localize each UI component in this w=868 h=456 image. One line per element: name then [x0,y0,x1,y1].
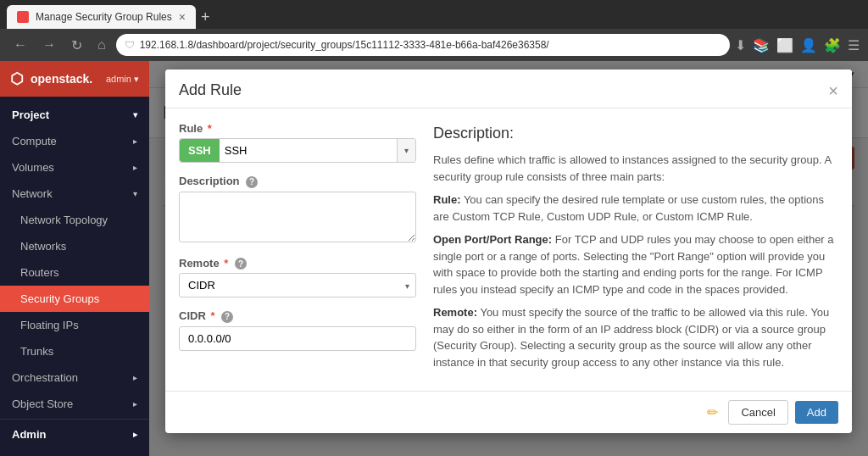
sidebar-item-project[interactable]: Project ▾ [0,102,149,128]
desc-remote: Remote: You must specify the source of t… [433,304,838,370]
browser-tabs: Manage Security Group Rules × + [0,0,868,29]
sidebar-item-orchestration[interactable]: Orchestration ▸ [0,364,149,391]
desc-intro: Rules define which traffic is allowed to… [433,152,838,185]
reload-button[interactable]: ↻ [66,36,87,55]
modal-header: Add Rule × [165,70,852,108]
security-icon: 🛡 [125,39,135,51]
add-rule-modal: Add Rule × Rule * SSH [165,70,852,433]
description-form-group: Description ? [179,175,416,245]
cidr-input[interactable]: 0.0.0.0/0 [179,326,416,351]
extension-icon[interactable]: 🧩 [824,37,841,53]
sidebar-item-networks[interactable]: Networks [0,233,149,259]
tab-icon[interactable]: ⬜ [776,37,793,53]
sidebar-item-security-groups[interactable]: Security Groups [0,286,149,312]
desc-title: Description: [433,122,838,145]
modal-overlay: Add Rule × Rule * SSH [149,61,868,456]
chevron-right-icon-5: ▸ [133,430,137,439]
main-content: admin ▾ Manage Security Group Rules: (1 … [149,61,868,456]
sidebar-item-routers[interactable]: Routers [0,259,149,286]
ssh-badge: SSH [180,139,220,162]
url-text: 192.168.1.8/dashboard/project/security_g… [140,39,721,51]
cidr-help-icon[interactable]: ? [221,311,233,323]
forward-button[interactable]: → [37,36,61,54]
description-help-icon[interactable]: ? [246,176,258,188]
sidebar-item-network[interactable]: Network ▾ [0,181,149,207]
add-button[interactable]: Add [795,401,838,424]
pencil-icon: ✏ [707,404,718,420]
openstack-logo-text: openstack. [31,72,92,86]
sidebar-item-compute[interactable]: Compute ▸ [0,128,149,154]
tab-title: Manage Security Group Rules [36,11,172,23]
sidebar-item-volumes[interactable]: Volumes ▸ [0,154,149,181]
desc-rule-heading: Rule: [433,193,461,206]
toolbar-actions: ⬇ 📚 ⬜ 👤 🧩 ☰ [735,37,860,53]
chevron-right-icon-3: ▸ [133,373,137,382]
modal-form: Rule * SSH SSH Custom TCP Rule Custom UD… [179,122,416,377]
browser-toolbar: ← → ↻ ⌂ 🛡 192.168.1.8/dashboard/project/… [0,29,868,61]
tab-close-button[interactable]: × [179,10,186,24]
remote-label: Remote * ? [179,257,416,270]
remote-help-icon[interactable]: ? [235,258,247,270]
rule-form-group: Rule * SSH SSH Custom TCP Rule Custom UD… [179,122,416,163]
rule-select-wrapper: SSH SSH Custom TCP Rule Custom UDP Rule … [179,138,416,163]
home-button[interactable]: ⌂ [92,36,111,54]
desc-rule: Rule: You can specify the desired rule t… [433,192,838,225]
rule-select-arrow-icon: ▾ [397,139,415,162]
remote-select-wrapper: CIDR Security Group ▾ [179,273,416,298]
admin-menu[interactable]: admin ▾ [106,74,139,85]
bookmarks-icon[interactable]: 📚 [753,37,770,53]
chevron-right-icon-2: ▸ [133,163,137,172]
openstack-logo-icon: ⬡ [10,70,24,88]
chevron-right-icon: ▸ [133,136,137,146]
tab-favicon [17,11,29,23]
sidebar-item-admin[interactable]: Admin ▸ [0,421,149,448]
sidebar-logo: ⬡ openstack. admin ▾ [0,61,149,97]
sidebar-item-network-topology[interactable]: Network Topology [0,207,149,233]
address-bar[interactable]: 🛡 192.168.1.8/dashboard/project/security… [116,34,730,56]
remote-form-group: Remote * ? CIDR Security Group ▾ [179,257,416,298]
cancel-button[interactable]: Cancel [728,400,787,425]
profile-icon[interactable]: 👤 [800,37,817,53]
sidebar-item-object-store[interactable]: Object Store ▸ [0,391,149,417]
modal-close-button[interactable]: × [828,82,838,99]
modal-footer: ✏ Cancel Add [165,391,852,433]
remote-select[interactable]: CIDR Security Group [179,273,416,298]
rule-select[interactable]: SSH Custom TCP Rule Custom UDP Rule Cust… [220,139,397,162]
sidebar-item-floating-ips[interactable]: Floating IPs [0,312,149,338]
browser-chrome: Manage Security Group Rules × + ← → ↻ ⌂ … [0,0,868,61]
download-icon[interactable]: ⬇ [735,37,746,53]
chevron-down-icon-2: ▾ [133,189,137,198]
cidr-form-group: CIDR * ? 0.0.0.0/0 [179,309,416,351]
desc-port: Open Port/Port Range: For TCP and UDP ru… [433,231,838,298]
browser-tab-active[interactable]: Manage Security Group Rules × [7,5,196,29]
sidebar-item-trunks[interactable]: Trunks [0,338,149,364]
menu-icon[interactable]: ☰ [848,37,860,53]
new-tab-button[interactable]: + [201,5,210,29]
chevron-down-icon: ▾ [133,110,137,120]
modal-title: Add Rule [179,81,242,99]
rule-label: Rule * [179,122,416,135]
cidr-label: CIDR * ? [179,309,416,323]
sidebar-item-project-label: Project [12,108,49,121]
modal-description-panel: Description: Rules define which traffic … [433,122,838,377]
description-textarea[interactable] [179,192,416,242]
sidebar: ⬡ openstack. admin ▾ Project ▾ Compute ▸… [0,61,149,456]
desc-remote-heading: Remote: [433,306,477,319]
sidebar-section-project: Project ▾ Compute ▸ Volumes ▸ Network ▾ … [0,97,149,453]
desc-port-heading: Open Port/Port Range: [433,233,552,246]
app-layout: ⬡ openstack. admin ▾ Project ▾ Compute ▸… [0,61,868,456]
back-button[interactable]: ← [8,36,32,54]
modal-body: Rule * SSH SSH Custom TCP Rule Custom UD… [165,108,852,391]
chevron-right-icon-4: ▸ [133,399,137,409]
description-label: Description ? [179,175,416,188]
